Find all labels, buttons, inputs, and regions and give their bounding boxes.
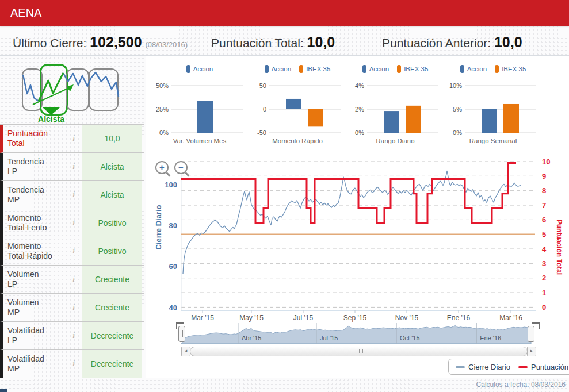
info-icon[interactable]: i: [69, 302, 78, 312]
mini-chart: AccionIBEX 354%2%0%Rango Diario: [346, 59, 444, 150]
svg-text:10: 10: [542, 157, 550, 166]
navigator-left-handle-icon[interactable]: [178, 326, 185, 342]
svg-text:0%: 0%: [453, 129, 462, 136]
table-row: PuntuaciónTotali10,0: [0, 125, 144, 153]
indicator-value: Creciente: [82, 266, 142, 293]
svg-text:8: 8: [542, 186, 546, 195]
score-prev-label: Puntuación Anterior:: [382, 36, 491, 49]
mini-chart-plot: 4%2%0%: [346, 74, 444, 137]
info-icon[interactable]: i: [69, 330, 78, 340]
legend-item[interactable]: Accion: [362, 65, 389, 73]
zoom-out-icon[interactable]: −: [174, 161, 188, 174]
legend-marker-icon: [518, 366, 528, 368]
mini-charts-row: Accion50%25%0%Var. Volumen MesAccionIBEX…: [150, 59, 569, 151]
chart-zoom-controls: + −: [155, 161, 188, 174]
legend-label: Accion: [369, 66, 389, 72]
legend-marker-icon: [456, 366, 465, 368]
legend-item[interactable]: Accion: [186, 65, 213, 73]
svg-text:-50: -50: [257, 129, 266, 136]
indicator-value: Decreciente: [82, 350, 142, 378]
scrollbar-track[interactable]: [190, 347, 528, 356]
indicator-value: Alcista: [82, 153, 142, 180]
app-title: AENA: [10, 0, 41, 26]
svg-text:5: 5: [542, 230, 546, 239]
legend-item[interactable]: IBEX 35: [299, 65, 330, 73]
svg-text:0%: 0%: [355, 129, 364, 136]
legend-marker-icon: [460, 65, 464, 73]
indicator-label: VolumenLP: [7, 266, 65, 293]
indicator-label: VolatilidadMP: [7, 350, 65, 378]
navigator-area-plot: Abr '15Jul '15Oct '15Ene '16: [150, 322, 569, 346]
legend-label: Accion: [193, 66, 213, 72]
legend-label: IBEX 35: [502, 66, 526, 72]
svg-text:0: 0: [542, 303, 546, 312]
svg-text:3: 3: [542, 259, 546, 268]
svg-text:Jul '15: Jul '15: [320, 335, 338, 341]
score-total-label: Puntuación Total:: [211, 36, 304, 49]
legend-marker-icon: [495, 65, 499, 73]
svg-text:2%: 2%: [355, 106, 364, 113]
info-icon[interactable]: i: [69, 162, 78, 171]
svg-text:Nov '15: Nov '15: [395, 314, 419, 322]
scrollbar-grip-icon[interactable]: [359, 349, 363, 353]
svg-text:Ene '16: Ene '16: [447, 314, 471, 322]
indicator-label: TendenciaMP: [7, 181, 65, 209]
legend-item[interactable]: IBEX 35: [397, 65, 428, 73]
navigator-right-handle-icon[interactable]: [528, 326, 534, 342]
last-close-value: 102,500: [90, 34, 142, 50]
legend-item[interactable]: Cierre Diario: [456, 363, 510, 371]
scroll-left-icon[interactable]: ◂: [181, 347, 190, 356]
indicator-label: VolumenMP: [7, 294, 65, 321]
legend-item[interactable]: Puntuación: [518, 363, 568, 371]
right-axis-title: Puntuación Total: [555, 204, 563, 290]
legend-item[interactable]: IBEX 35: [495, 65, 526, 73]
mini-chart-plot: 50%25%0%: [151, 74, 249, 137]
svg-text:Oct '15: Oct '15: [400, 335, 420, 341]
score-total-value: 10,0: [307, 34, 335, 50]
indicator-value: Positivo: [82, 237, 142, 265]
svg-text:May '15: May '15: [239, 314, 264, 322]
legend-item[interactable]: Accion: [265, 65, 292, 73]
mini-chart-legend: Accion: [151, 65, 249, 73]
svg-text:Mar '16: Mar '16: [499, 314, 522, 322]
info-icon[interactable]: i: [69, 359, 78, 368]
indicator-value: Alcista: [82, 181, 142, 209]
page: AENA Último Cierre: 102,500 (08/03/2016)…: [0, 0, 569, 392]
score-prev-stat: Puntuación Anterior: 10,0: [382, 34, 522, 51]
price-score-plot: Mar '15May '15Jul '15Sep '15Nov '15Ene '…: [150, 154, 569, 322]
scroll-right-icon[interactable]: ▸: [527, 347, 536, 356]
main-chart: + − Mar '15May '15Jul '15Sep '15Nov '15E…: [150, 154, 569, 322]
info-icon[interactable]: i: [69, 246, 78, 256]
mini-chart-legend: AccionIBEX 35: [444, 65, 542, 73]
info-icon[interactable]: i: [69, 133, 78, 143]
indicator-value: Positivo: [82, 209, 142, 237]
svg-text:0%: 0%: [159, 129, 169, 136]
info-icon[interactable]: i: [69, 190, 78, 199]
last-close-date: (08/03/2016): [145, 40, 188, 49]
footer-separator: [0, 378, 569, 378]
mini-chart-legend: AccionIBEX 35: [249, 65, 346, 73]
indicator-label: PuntuaciónTotal: [7, 125, 65, 152]
mini-chart: AccionIBEX 3510%5%0%Rango Semanal: [444, 59, 542, 150]
svg-text:Mar '15: Mar '15: [191, 314, 214, 322]
legend-marker-icon: [397, 65, 401, 73]
svg-text:7: 7: [542, 201, 546, 210]
mini-chart-title: Var. Volumen Mes: [151, 137, 249, 144]
svg-text:2: 2: [542, 274, 546, 282]
zoom-in-icon[interactable]: +: [155, 161, 169, 174]
mini-chart-legend: AccionIBEX 35: [346, 65, 444, 73]
svg-text:5%: 5%: [453, 106, 462, 113]
info-icon[interactable]: i: [69, 218, 78, 228]
left-axis-title: Cierre Diario: [154, 185, 163, 271]
svg-text:Jul '15: Jul '15: [293, 314, 314, 322]
svg-text:Abr '15: Abr '15: [242, 335, 262, 341]
indicator-value: Decreciente: [82, 322, 142, 349]
indicator-table: PuntuaciónTotali10,0TendenciaLPiAlcistaT…: [0, 124, 144, 378]
table-row: MomentoTotal RápidoiPositivo: [0, 237, 144, 266]
svg-text:0: 0: [263, 106, 266, 113]
legend-marker-icon: [299, 65, 303, 73]
chart-legend: Cierre DiarioPuntuación: [448, 359, 569, 375]
info-icon[interactable]: i: [69, 274, 78, 284]
legend-item[interactable]: Accion: [460, 65, 487, 73]
legend-marker-icon: [362, 65, 366, 73]
